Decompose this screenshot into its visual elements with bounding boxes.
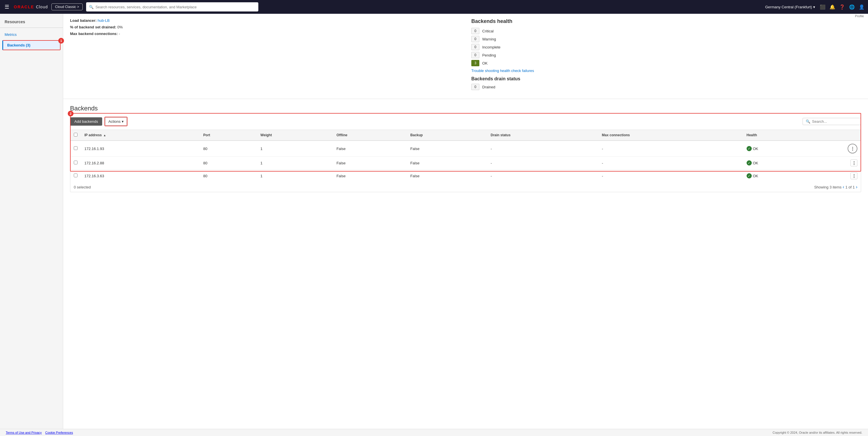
ellipsis-icon [854, 174, 855, 178]
backends-label: Backends (3) [7, 43, 30, 47]
col-port[interactable]: Port [200, 130, 257, 140]
hamburger-menu-icon[interactable]: ☰ [3, 3, 10, 11]
global-search: 🔍 [86, 2, 258, 11]
top-info-right: Backends health 0 Critical 0 Warning 0 I… [471, 19, 861, 92]
backend-set-row: % of backend set drained: 0% [70, 25, 460, 29]
cloud-classic-button[interactable]: Cloud Classic > [51, 3, 83, 10]
ok-label: OK [482, 61, 488, 65]
row2-health: OK [743, 157, 861, 170]
nav-icon-group: ⬛ 🔔 ❓ 🌐 👤 [820, 4, 865, 10]
col-backup[interactable]: Backup [407, 130, 487, 140]
row3-checkbox[interactable] [74, 173, 78, 177]
row1-context-icon[interactable] [848, 144, 857, 154]
terminal-icon[interactable]: ⬛ [820, 4, 826, 10]
ok-count: 3 [471, 60, 479, 66]
row2-checkbox-cell [70, 157, 81, 170]
row3-health: OK [743, 170, 861, 182]
col-max-conn[interactable]: Max connections [598, 130, 743, 140]
actions-label: Actions [108, 119, 121, 124]
row3-ip: 172.16.3.63 [81, 170, 200, 182]
health-ok: 3 OK [471, 60, 861, 66]
pagination: Showing 3 items ‹ 1 of 1 › [814, 185, 857, 190]
help-icon[interactable]: ❓ [839, 4, 845, 10]
terms-link[interactable]: Terms of Use and Privacy [6, 431, 42, 434]
next-page-button[interactable]: › [856, 185, 857, 190]
metrics-link[interactable]: Metrics [5, 32, 17, 37]
backend-set-value: 0% [117, 25, 123, 29]
row2-ok-icon [747, 160, 752, 166]
row1-health-badge: OK [747, 146, 758, 151]
search-icon: 🔍 [806, 119, 810, 124]
row3-max-conn: - [598, 170, 743, 182]
selected-count: 0 selected [74, 185, 91, 189]
row2-drain: - [487, 157, 598, 170]
col-offline[interactable]: Offline [333, 130, 407, 140]
row1-ip: 172.16.1.93 [81, 140, 200, 157]
row1-checkbox[interactable] [74, 146, 78, 150]
add-backends-button[interactable]: Add backends [70, 117, 102, 126]
row1-drain: - [487, 140, 598, 157]
footer-bar: Terms of Use and Privacy Cookie Preferen… [0, 429, 868, 436]
globe-icon[interactable]: 🌐 [849, 4, 855, 10]
profile-tooltip: Profile [854, 14, 866, 19]
troubleshoot-link[interactable]: Trouble shooting health check failures [471, 69, 534, 73]
ellipsis-icon [854, 161, 855, 165]
bell-icon[interactable]: 🔔 [830, 4, 835, 10]
main-wrapper: Resources Metrics Backends (3) 1 Load ba… [0, 14, 868, 436]
drained-row: 0 Drained [471, 84, 861, 90]
top-navigation: ☰ ORACLE Cloud Cloud Classic > 🔍 Germany… [0, 0, 868, 14]
select-all-checkbox[interactable] [74, 133, 78, 137]
row1-health: OK [743, 140, 861, 157]
table-row: 172.16.1.93 80 1 False False - - [70, 140, 861, 157]
table-search-input[interactable] [812, 119, 858, 124]
incomplete-label: Incomplete [482, 45, 501, 49]
drained-label: Drained [482, 85, 495, 89]
backends-table: IP address ▲ Port Weight Offline Backup … [70, 130, 861, 182]
row3-ok-icon [747, 173, 752, 178]
pending-count: 0 [471, 52, 479, 58]
load-balancer-link[interactable]: hub-LB [98, 19, 110, 23]
row3-actions-button[interactable] [850, 172, 857, 179]
max-connections-value: - [119, 32, 120, 36]
row1-port: 80 [200, 140, 257, 157]
backends-health-title: Backends health [471, 19, 861, 24]
top-info-section: Load balancer: hub-LB % of backend set d… [63, 14, 868, 99]
health-warning: 0 Warning [471, 36, 861, 42]
search-input[interactable] [95, 5, 255, 9]
row3-port: 80 [200, 170, 257, 182]
col-ip[interactable]: IP address ▲ [81, 130, 200, 140]
sidebar-item-metrics[interactable]: Metrics [0, 30, 63, 39]
actions-dropdown-icon: ▾ [122, 119, 124, 124]
row2-actions-button[interactable] [850, 160, 857, 166]
chevron-down-icon: ▾ [813, 5, 815, 9]
health-critical: 0 Critical [471, 28, 861, 34]
col-weight[interactable]: Weight [257, 130, 333, 140]
table-row: 172.16.3.63 80 1 False False - - [70, 170, 861, 182]
cloud-text: Cloud [36, 5, 48, 9]
table-search: 🔍 [803, 118, 861, 125]
footer-left: Terms of Use and Privacy Cookie Preferen… [6, 431, 73, 434]
user-icon[interactable]: 👤 [859, 4, 865, 10]
row2-checkbox[interactable] [74, 161, 78, 164]
cookies-link[interactable]: Cookie Preferences [45, 431, 73, 434]
row3-ok-label: OK [753, 174, 758, 178]
col-drain[interactable]: Drain status [487, 130, 598, 140]
drain-status-title: Backends drain status [471, 76, 861, 81]
prev-page-button[interactable]: ‹ [843, 185, 844, 190]
actions-button[interactable]: Actions ▾ [105, 117, 127, 126]
health-pending: 0 Pending [471, 52, 861, 58]
row3-checkbox-cell [70, 170, 81, 182]
oracle-text: ORACLE [14, 5, 34, 9]
critical-label: Critical [482, 29, 494, 33]
backend-set-label: % of backend set drained: [70, 25, 116, 29]
row1-ok-label: OK [753, 146, 758, 151]
region-selector[interactable]: Germany Central (Frankfurt) ▾ [765, 5, 815, 9]
row3-offline: False [333, 170, 407, 182]
sidebar-item-backends[interactable]: Backends (3) [2, 40, 61, 50]
select-all-header [70, 130, 81, 140]
row2-port: 80 [200, 157, 257, 170]
oracle-logo: ORACLE Cloud [14, 5, 48, 9]
backends-toolbar: Add backends Actions ▾ 🔍 [70, 117, 861, 126]
backends-section: Backends Add backends Actions ▾ 🔍 [63, 99, 868, 177]
col-health[interactable]: Health [743, 130, 861, 140]
